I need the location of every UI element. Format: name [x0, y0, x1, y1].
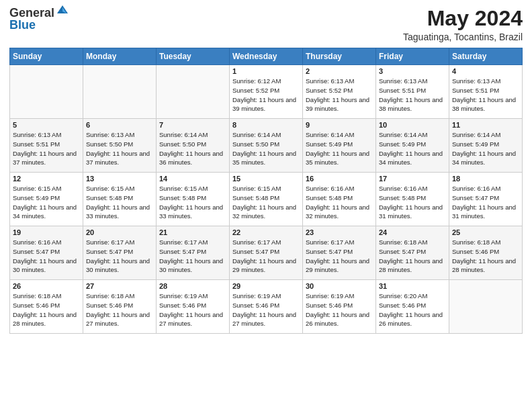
day-number: 15 — [232, 175, 300, 183]
day-cell — [157, 65, 230, 119]
day-cell: 24Sunrise: 6:18 AM Sunset: 5:47 PM Dayli… — [376, 226, 449, 280]
day-number: 9 — [306, 121, 373, 129]
day-number: 16 — [306, 175, 373, 183]
day-number: 20 — [86, 228, 153, 236]
calendar-body: 1Sunrise: 6:12 AM Sunset: 5:52 PM Daylig… — [10, 65, 523, 334]
day-cell — [449, 280, 523, 334]
day-cell: 11Sunrise: 6:14 AM Sunset: 5:49 PM Dayli… — [449, 119, 523, 173]
day-cell: 1Sunrise: 6:12 AM Sunset: 5:52 PM Daylig… — [230, 65, 303, 119]
day-info: Sunrise: 6:12 AM Sunset: 5:52 PM Dayligh… — [232, 77, 300, 113]
col-thursday: Thursday — [303, 48, 376, 65]
day-number: 6 — [86, 121, 153, 129]
day-info: Sunrise: 6:15 AM Sunset: 5:49 PM Dayligh… — [13, 184, 80, 221]
day-cell: 20Sunrise: 6:17 AM Sunset: 5:47 PM Dayli… — [83, 226, 157, 280]
day-info: Sunrise: 6:13 AM Sunset: 5:51 PM Dayligh… — [379, 77, 446, 113]
day-number: 10 — [379, 121, 446, 129]
day-info: Sunrise: 6:13 AM Sunset: 5:50 PM Dayligh… — [86, 130, 153, 167]
day-info: Sunrise: 6:16 AM Sunset: 5:48 PM Dayligh… — [306, 184, 373, 221]
main-container: General Blue May 2024 Taguatinga, Tocant… — [0, 0, 532, 338]
day-cell: 5Sunrise: 6:13 AM Sunset: 5:51 PM Daylig… — [10, 119, 83, 173]
day-info: Sunrise: 6:18 AM Sunset: 5:47 PM Dayligh… — [379, 238, 446, 275]
week-row-2: 5Sunrise: 6:13 AM Sunset: 5:51 PM Daylig… — [10, 119, 523, 173]
day-cell: 6Sunrise: 6:13 AM Sunset: 5:50 PM Daylig… — [83, 119, 157, 173]
day-number: 24 — [379, 228, 446, 236]
day-cell — [83, 65, 157, 119]
day-number: 1 — [232, 67, 300, 75]
day-cell: 21Sunrise: 6:17 AM Sunset: 5:47 PM Dayli… — [157, 226, 230, 280]
day-number: 8 — [232, 121, 300, 129]
header-row: Sunday Monday Tuesday Wednesday Thursday… — [10, 48, 523, 65]
day-cell: 18Sunrise: 6:16 AM Sunset: 5:47 PM Dayli… — [449, 173, 523, 226]
day-cell: 2Sunrise: 6:13 AM Sunset: 5:52 PM Daylig… — [303, 65, 376, 119]
day-info: Sunrise: 6:19 AM Sunset: 5:46 PM Dayligh… — [232, 291, 300, 328]
day-number: 14 — [159, 175, 226, 183]
day-number: 28 — [159, 282, 226, 290]
day-info: Sunrise: 6:19 AM Sunset: 5:46 PM Dayligh… — [306, 291, 373, 328]
day-number: 3 — [379, 67, 446, 75]
day-info: Sunrise: 6:16 AM Sunset: 5:48 PM Dayligh… — [379, 184, 446, 221]
day-info: Sunrise: 6:14 AM Sunset: 5:49 PM Dayligh… — [306, 130, 373, 167]
day-info: Sunrise: 6:14 AM Sunset: 5:49 PM Dayligh… — [452, 130, 519, 167]
week-row-1: 1Sunrise: 6:12 AM Sunset: 5:52 PM Daylig… — [10, 65, 523, 119]
day-number: 31 — [379, 282, 446, 290]
location: Taguatinga, Tocantins, Brazil — [403, 32, 523, 42]
day-info: Sunrise: 6:14 AM Sunset: 5:50 PM Dayligh… — [232, 130, 300, 167]
day-cell: 8Sunrise: 6:14 AM Sunset: 5:50 PM Daylig… — [230, 119, 303, 173]
header: General Blue May 2024 Taguatinga, Tocant… — [9, 7, 523, 42]
title-block: May 2024 Taguatinga, Tocantins, Brazil — [403, 7, 523, 42]
day-cell: 4Sunrise: 6:13 AM Sunset: 5:51 PM Daylig… — [449, 65, 523, 119]
day-cell — [10, 65, 83, 119]
day-cell: 26Sunrise: 6:18 AM Sunset: 5:46 PM Dayli… — [10, 280, 83, 334]
day-cell: 7Sunrise: 6:14 AM Sunset: 5:50 PM Daylig… — [157, 119, 230, 173]
day-number: 26 — [13, 282, 80, 290]
day-info: Sunrise: 6:17 AM Sunset: 5:47 PM Dayligh… — [232, 238, 300, 275]
day-info: Sunrise: 6:18 AM Sunset: 5:46 PM Dayligh… — [452, 238, 519, 275]
day-number: 12 — [13, 175, 80, 183]
day-number: 7 — [159, 121, 226, 129]
day-number: 11 — [452, 121, 519, 129]
day-cell: 14Sunrise: 6:15 AM Sunset: 5:48 PM Dayli… — [157, 173, 230, 226]
day-info: Sunrise: 6:18 AM Sunset: 5:46 PM Dayligh… — [86, 291, 153, 328]
day-number: 5 — [13, 121, 80, 129]
col-tuesday: Tuesday — [157, 48, 230, 65]
logo-icon — [56, 4, 69, 17]
day-number: 25 — [452, 228, 519, 236]
week-row-5: 26Sunrise: 6:18 AM Sunset: 5:46 PM Dayli… — [10, 280, 523, 334]
day-number: 27 — [86, 282, 153, 290]
month-year: May 2024 — [403, 7, 523, 30]
day-number: 18 — [452, 175, 519, 183]
day-info: Sunrise: 6:14 AM Sunset: 5:50 PM Dayligh… — [159, 130, 226, 167]
col-saturday: Saturday — [449, 48, 523, 65]
day-info: Sunrise: 6:17 AM Sunset: 5:47 PM Dayligh… — [306, 238, 373, 275]
day-number: 13 — [86, 175, 153, 183]
day-info: Sunrise: 6:13 AM Sunset: 5:51 PM Dayligh… — [13, 130, 80, 167]
day-number: 22 — [232, 228, 300, 236]
day-cell: 3Sunrise: 6:13 AM Sunset: 5:51 PM Daylig… — [376, 65, 449, 119]
day-cell: 22Sunrise: 6:17 AM Sunset: 5:47 PM Dayli… — [230, 226, 303, 280]
day-number: 23 — [306, 228, 373, 236]
day-cell: 31Sunrise: 6:20 AM Sunset: 5:46 PM Dayli… — [376, 280, 449, 334]
logo-blue-text: Blue — [9, 18, 36, 32]
day-cell: 16Sunrise: 6:16 AM Sunset: 5:48 PM Dayli… — [303, 173, 376, 226]
day-info: Sunrise: 6:13 AM Sunset: 5:52 PM Dayligh… — [306, 77, 373, 113]
day-info: Sunrise: 6:15 AM Sunset: 5:48 PM Dayligh… — [232, 184, 300, 221]
day-cell: 13Sunrise: 6:15 AM Sunset: 5:48 PM Dayli… — [83, 173, 157, 226]
day-number: 29 — [232, 282, 300, 290]
col-sunday: Sunday — [10, 48, 83, 65]
day-cell: 25Sunrise: 6:18 AM Sunset: 5:46 PM Dayli… — [449, 226, 523, 280]
col-friday: Friday — [376, 48, 449, 65]
day-info: Sunrise: 6:16 AM Sunset: 5:47 PM Dayligh… — [452, 184, 519, 221]
day-cell: 19Sunrise: 6:16 AM Sunset: 5:47 PM Dayli… — [10, 226, 83, 280]
day-cell: 15Sunrise: 6:15 AM Sunset: 5:48 PM Dayli… — [230, 173, 303, 226]
col-monday: Monday — [83, 48, 157, 65]
calendar-table: Sunday Monday Tuesday Wednesday Thursday… — [9, 48, 523, 334]
day-info: Sunrise: 6:13 AM Sunset: 5:51 PM Dayligh… — [452, 77, 519, 113]
week-row-3: 12Sunrise: 6:15 AM Sunset: 5:49 PM Dayli… — [10, 173, 523, 226]
col-wednesday: Wednesday — [230, 48, 303, 65]
day-cell: 17Sunrise: 6:16 AM Sunset: 5:48 PM Dayli… — [376, 173, 449, 226]
day-info: Sunrise: 6:20 AM Sunset: 5:46 PM Dayligh… — [379, 291, 446, 328]
logo: General Blue — [9, 7, 69, 32]
day-number: 4 — [452, 67, 519, 75]
day-info: Sunrise: 6:17 AM Sunset: 5:47 PM Dayligh… — [86, 238, 153, 275]
day-info: Sunrise: 6:19 AM Sunset: 5:46 PM Dayligh… — [159, 291, 226, 328]
